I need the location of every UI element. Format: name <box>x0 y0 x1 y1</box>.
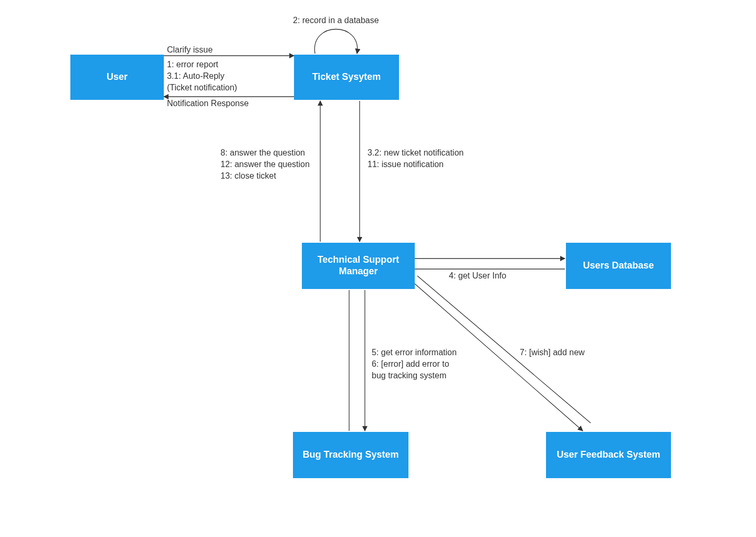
node-bug-tracking-label: Bug Tracking System <box>302 449 398 461</box>
node-users-database: Users Database <box>566 243 671 289</box>
node-users-database-label: Users Database <box>583 260 654 272</box>
label-answer-12: 12: answer the question <box>220 159 310 170</box>
node-ticket-system-label: Ticket Sysytem <box>312 71 381 83</box>
node-feedback-system: User Feedback System <box>546 432 671 478</box>
label-wish-add-new: 7: [wish] add new <box>520 347 585 358</box>
label-error-report: 1: error report <box>167 59 218 70</box>
label-answer-8: 8: answer the question <box>220 147 305 159</box>
label-get-user-info: 4: get User Info <box>449 270 506 282</box>
node-support-manager-label: Technical Support Manager <box>304 254 413 277</box>
label-auto-reply: 3.1: Auto-Reply <box>167 70 224 82</box>
node-feedback-system-label: User Feedback System <box>556 449 660 461</box>
node-support-manager: Technical Support Manager <box>302 243 415 289</box>
label-bug-tracking-line3: bug tracking system <box>372 370 446 381</box>
node-bug-tracking: Bug Tracking System <box>293 432 408 478</box>
label-ticket-notification: (Ticket notification) <box>167 82 237 94</box>
label-get-error-info: 5: get error information <box>372 347 457 358</box>
node-user-label: User <box>107 71 128 83</box>
label-add-error-bug: 6: [error] add error to <box>372 358 449 370</box>
label-close-ticket: 13: close ticket <box>220 170 276 182</box>
label-new-ticket-notification: 3.2: new ticket notification <box>368 147 464 159</box>
label-self-loop: 2: record in a database <box>293 15 379 26</box>
label-notification-response: Notification Response <box>167 98 249 109</box>
node-ticket-system: Ticket Sysytem <box>294 55 399 100</box>
node-user: User <box>70 55 164 100</box>
label-clarify-issue: Clarify issue <box>167 44 213 56</box>
label-issue-notification: 11: issue notification <box>368 159 444 170</box>
